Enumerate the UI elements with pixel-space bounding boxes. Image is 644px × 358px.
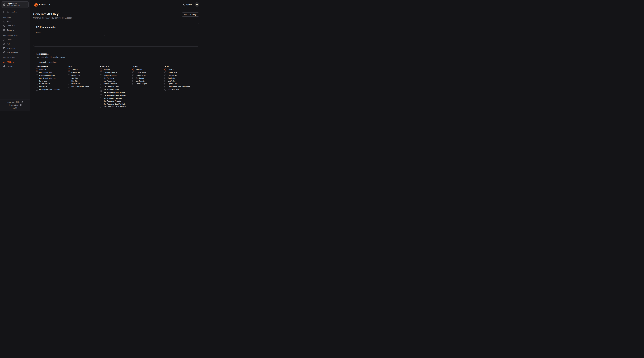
list-allowed-resource-roles-checkbox[interactable] (100, 94, 102, 96)
allow-all-checkbox[interactable] (164, 69, 166, 70)
update-resource-checkbox[interactable] (100, 83, 102, 85)
sidebar-item-roles[interactable]: Roles (0, 43, 30, 45)
permission-row: List Resources (100, 80, 132, 82)
allow-all-checkbox[interactable] (132, 69, 134, 70)
create-target-checkbox[interactable] (132, 71, 134, 73)
permission-row: Get Site (68, 77, 100, 79)
permission-row: Create Resource (100, 71, 132, 73)
update-target-checkbox[interactable] (132, 83, 134, 85)
permission-row: Remove User (36, 83, 68, 85)
delete-resource-checkbox[interactable] (100, 74, 102, 76)
name-field-label: Name (36, 32, 196, 34)
sidebar-item-domains[interactable]: Domains (0, 29, 30, 31)
permission-label: Update Organization (39, 74, 55, 76)
permission-row: Get Target (132, 77, 164, 79)
permission-row: Update Site (68, 83, 100, 85)
sidebar-item-label: Resources (7, 25, 15, 27)
avatar[interactable]: M (195, 2, 199, 7)
get-role-checkbox[interactable] (164, 77, 166, 79)
list-roles-checkbox[interactable] (164, 80, 166, 82)
allow-all-checkbox[interactable] (68, 69, 70, 70)
list-users-checkbox[interactable] (36, 86, 38, 88)
get-organization-checkbox[interactable] (36, 71, 38, 73)
community-edition-link[interactable]: Community Edition (0, 101, 30, 103)
sidebar-item-settings[interactable]: Settings (0, 65, 30, 67)
theme-toggle[interactable]: System (183, 3, 192, 6)
get-resource-checkbox[interactable] (100, 77, 102, 79)
sidebar-item-users[interactable]: Users (0, 39, 30, 41)
create-resource-checkbox[interactable] (100, 71, 102, 73)
permission-label: Create Site (72, 71, 80, 73)
set-allowed-resource-roles-checkbox[interactable] (100, 91, 102, 93)
allow-all-permissions-checkbox[interactable] (36, 61, 38, 63)
permission-label: List Targets (136, 80, 145, 82)
permission-label: List Allowed Resource Roles (104, 94, 126, 96)
org-switcher-texts: Organization milo@fossorial.io's ... (7, 2, 24, 7)
allow-all-checkbox[interactable] (36, 69, 38, 70)
moon-icon (183, 3, 185, 6)
permission-row: Allow All (164, 69, 196, 70)
get-resource-email-whitelist-checkbox[interactable] (100, 106, 102, 108)
page-title: Generate API Key (33, 12, 72, 16)
brand-logo[interactable]: PANGOLIN (33, 2, 50, 7)
documentation-link[interactable]: Documentation (0, 104, 30, 106)
sidebar-item-sites[interactable]: Sites (0, 20, 30, 23)
permission-label: Get Resource Email Whitelist (104, 106, 126, 108)
allow-all-checkbox[interactable] (100, 69, 102, 70)
add-user-role-checkbox[interactable] (164, 89, 166, 91)
create-role-checkbox[interactable] (164, 71, 166, 73)
sidebar-item-api-keys[interactable]: API Keys (0, 61, 30, 63)
list-allowed-site-roles-checkbox[interactable] (68, 86, 70, 88)
create-site-checkbox[interactable] (68, 71, 70, 73)
name-input[interactable] (36, 35, 105, 39)
permission-row: Update Resource (100, 83, 132, 85)
sidebar-item-shareable-links[interactable]: Shareable Links (0, 51, 30, 53)
permission-row: Get Resource Email Whitelist (100, 106, 132, 108)
delete-target-checkbox[interactable] (132, 74, 134, 76)
permission-label: Delete Resource (104, 74, 116, 76)
sidebar-item-label: Shareable Links (7, 51, 20, 53)
list-sites-checkbox[interactable] (68, 80, 70, 82)
permission-label: Set Resource Users (104, 89, 119, 91)
delete-site-checkbox[interactable] (68, 74, 70, 76)
sidebar-item-invitations[interactable]: Invitations (0, 47, 30, 49)
list-resources-checkbox[interactable] (100, 80, 102, 82)
get-organization-user-checkbox[interactable] (36, 77, 38, 79)
sidebar-item-label: Server Admin (7, 11, 18, 13)
delete-role-checkbox[interactable] (164, 74, 166, 76)
update-role-checkbox[interactable] (164, 83, 166, 85)
allow-all-permissions-label: Allow All Permissions (40, 61, 56, 63)
get-target-checkbox[interactable] (132, 77, 134, 79)
resources-icon (3, 25, 6, 27)
set-resource-pincode-checkbox[interactable] (100, 100, 102, 102)
sidebar-section-label: GENERAL (0, 16, 30, 18)
update-site-checkbox[interactable] (68, 83, 70, 85)
permission-group-resource: ResourceAllow AllCreate ResourceDelete R… (100, 65, 132, 109)
topbar-right: System M (183, 2, 199, 7)
list-allowed-role-resources-checkbox[interactable] (164, 86, 166, 88)
invite-user-checkbox[interactable] (36, 80, 38, 82)
org-switcher-value: milo@fossorial.io's ... (7, 5, 24, 7)
set-resource-email-whitelist-checkbox[interactable] (100, 103, 102, 105)
list-targets-checkbox[interactable] (132, 80, 134, 82)
list-resource-users-checkbox[interactable] (100, 86, 102, 88)
set-resource-password-checkbox[interactable] (100, 97, 102, 99)
permission-row: Set Resource Password (100, 97, 132, 99)
sidebar-item-label: Settings (7, 65, 13, 67)
list-organization-domains-checkbox[interactable] (36, 89, 38, 91)
update-organization-checkbox[interactable] (36, 74, 38, 76)
sidebar-item-resources[interactable]: Resources (0, 25, 30, 27)
see-all-api-keys-button[interactable]: See All API Keys (182, 12, 199, 16)
remove-user-checkbox[interactable] (36, 83, 38, 85)
permissions-title: Permissions (36, 53, 196, 55)
set-resource-users-checkbox[interactable] (100, 89, 102, 91)
ticket-icon (3, 47, 6, 49)
brand-name: PANGOLIN (39, 4, 50, 6)
gear-icon (3, 65, 6, 67)
org-switcher[interactable]: Organization milo@fossorial.io's ... (2, 1, 28, 8)
get-site-checkbox[interactable] (68, 77, 70, 79)
sidebar-item-server-admin[interactable]: Server Admin (0, 11, 30, 13)
permission-label: List Allowed Site Roles (72, 86, 89, 88)
permission-label: Set Resource Password (104, 97, 122, 99)
api-key-information-title: API Key Information (36, 26, 196, 28)
